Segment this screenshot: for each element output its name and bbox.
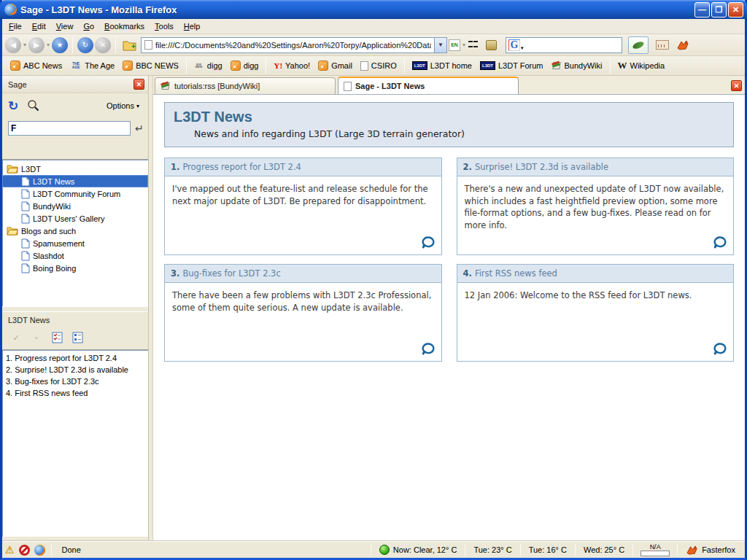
- bookmark-item[interactable]: CSIRO: [357, 59, 400, 73]
- tab-bundywiki[interactable]: tutorials:rss [BundyWiki]: [155, 77, 336, 94]
- back-button[interactable]: ◀: [5, 37, 21, 53]
- checklist-icon[interactable]: [50, 331, 63, 344]
- article-title[interactable]: First RSS news feed: [475, 268, 557, 279]
- comment-bubble-icon[interactable]: [421, 236, 436, 250]
- fasterfox-status[interactable]: Fasterfox: [679, 545, 742, 556]
- article-title[interactable]: Progress report for L3DT 2.4: [182, 162, 301, 172]
- search-engine-caret-icon[interactable]: ▾: [521, 45, 524, 51]
- menu-view[interactable]: View: [51, 20, 79, 33]
- sage-leaf-button[interactable]: [628, 36, 649, 54]
- sidebar-close-button[interactable]: ✕: [133, 79, 144, 90]
- forward-button[interactable]: ▶: [28, 37, 44, 53]
- bandwidth-gauge[interactable]: N/A: [635, 544, 676, 556]
- headline-list[interactable]: 1. Progress report for L3DT 2.4 2. Surpr…: [2, 349, 148, 537]
- tree-item-slashdot[interactable]: Slashdot: [2, 249, 148, 262]
- bookmark-item[interactable]: digg: [227, 58, 263, 73]
- bookmark-item[interactable]: L3DTL3DT home: [409, 59, 476, 72]
- menu-bookmarks[interactable]: Bookmarks: [99, 20, 150, 33]
- feed-header: L3DT News News and info regarding L3DT (…: [164, 102, 734, 147]
- firefox-status-icon[interactable]: [34, 545, 45, 556]
- sage-star-button[interactable]: ★: [52, 37, 68, 53]
- bookmark-item[interactable]: THEAGEThe Age: [66, 59, 118, 72]
- bookmark-item[interactable]: ABC News: [7, 58, 66, 73]
- page-content: L3DT News News and info regarding L3DT (…: [153, 95, 745, 541]
- yahoo-icon: Y!: [274, 61, 282, 70]
- bookmark-item[interactable]: 👥︎digg: [190, 59, 226, 72]
- article-title[interactable]: Surprise! L3DT 2.3d is available: [475, 162, 608, 172]
- bookmark-item[interactable]: BundyWiki: [548, 59, 606, 72]
- feed-tree[interactable]: L3DT L3DT News L3DT Community Forum Bund…: [2, 159, 148, 307]
- bookmark-item[interactable]: Y!Yahoo!: [270, 59, 314, 72]
- close-button[interactable]: ✕: [728, 2, 743, 18]
- title-bar[interactable]: Sage - L3DT News - Mozilla Firefox — ❐ ✕: [0, 0, 747, 19]
- menu-go[interactable]: Go: [78, 20, 99, 33]
- status-bar: ⚠ Done Now: Clear, 12° C Tue: 23° C Tue:…: [2, 541, 745, 558]
- tree-item-l3dt-users-gallery[interactable]: L3DT Users' Gallery: [2, 212, 148, 225]
- headline-item[interactable]: 3. Bug-fixes for L3DT 2.3c: [5, 376, 145, 387]
- fasterfox-toolbar-icon[interactable]: [676, 39, 689, 51]
- tree-item-boing-boing[interactable]: Boing Boing: [2, 262, 148, 274]
- refresh-icon[interactable]: ↻: [8, 98, 18, 114]
- comment-bubble-icon[interactable]: [421, 342, 436, 357]
- tree-folder-l3dt[interactable]: L3DT: [2, 163, 148, 175]
- weather-forecast-2[interactable]: Tue: 16° C: [522, 545, 573, 554]
- back-dropdown-icon[interactable]: ▾: [23, 42, 27, 48]
- status-text: Done: [62, 545, 81, 554]
- weather-now[interactable]: Now: Clear, 12° C: [373, 545, 464, 555]
- warning-icon[interactable]: ⚠: [5, 544, 15, 556]
- mark-read-icon[interactable]: ✓: [9, 331, 23, 344]
- minimize-button[interactable]: —: [694, 2, 710, 18]
- translate-icon[interactable]: EN: [449, 39, 460, 51]
- tree-item-spamusement[interactable]: Spamusement: [2, 237, 148, 249]
- measure-icon[interactable]: [656, 40, 669, 50]
- package-icon[interactable]: [486, 40, 497, 50]
- tree-item-bundywiki[interactable]: BundyWiki: [2, 200, 148, 212]
- stop-button[interactable]: ✕: [95, 37, 111, 53]
- tree-folder-blogs[interactable]: Blogs and such: [2, 225, 148, 237]
- bookmark-item[interactable]: WWikipedia: [614, 58, 669, 74]
- weather-forecast-1[interactable]: Tue: 23° C: [467, 545, 518, 554]
- bookmark-item[interactable]: Gmail: [314, 58, 356, 73]
- menu-edit[interactable]: Edit: [27, 20, 51, 33]
- bookmark-folder-icon[interactable]: +: [123, 39, 137, 51]
- search-icon[interactable]: [27, 99, 39, 113]
- menu-help[interactable]: Help: [179, 20, 206, 33]
- firefox-icon: [4, 4, 17, 16]
- url-text[interactable]: file:///C:/Documents%20and%20Settings/Aa…: [155, 41, 431, 50]
- tree-item-l3dt-community-forum[interactable]: L3DT Community Forum: [2, 187, 148, 200]
- close-tab-button[interactable]: ✕: [731, 80, 742, 91]
- comment-bubble-icon[interactable]: [713, 342, 727, 357]
- status-separator: [371, 544, 371, 556]
- restore-button[interactable]: ❐: [711, 2, 727, 18]
- menu-tools[interactable]: Tools: [150, 20, 179, 33]
- url-dropdown-icon[interactable]: ▼: [434, 38, 446, 52]
- enter-icon[interactable]: ↵: [135, 122, 144, 134]
- headline-item[interactable]: 2. Surprise! L3DT 2.3d is available: [5, 364, 145, 376]
- grid-icon[interactable]: [468, 39, 479, 50]
- status-separator: [51, 544, 52, 556]
- tab-sage-l3dt-news[interactable]: Sage - L3DT News: [338, 77, 519, 94]
- comment-bubble-icon[interactable]: [713, 236, 727, 250]
- mark-unread-icon[interactable]: ▫: [30, 331, 43, 344]
- feed-icon: [21, 201, 30, 211]
- bundywiki-icon: [551, 61, 562, 70]
- google-search-box[interactable]: G ▾: [506, 37, 622, 53]
- menu-file[interactable]: File: [4, 20, 27, 33]
- article-number: 1.: [171, 162, 179, 172]
- options-button[interactable]: Options ▾: [104, 99, 142, 112]
- tree-item-l3dt-news[interactable]: L3DT News: [2, 175, 148, 187]
- forward-dropdown-icon[interactable]: ▾: [46, 42, 50, 48]
- feed-search-input[interactable]: [8, 121, 131, 136]
- reload-button[interactable]: ↻: [77, 37, 93, 53]
- headline-item[interactable]: 4. First RSS news feed: [5, 387, 145, 399]
- list-view-icon[interactable]: [71, 331, 84, 344]
- bookmark-item[interactable]: L3DTL3DT Forum: [476, 59, 547, 72]
- translate-dropdown-icon[interactable]: ▾: [462, 42, 466, 48]
- article-title[interactable]: Bug-fixes for L3DT 2.3c: [182, 268, 280, 279]
- block-popup-icon[interactable]: [19, 545, 30, 556]
- url-bar[interactable]: file:///C:/Documents%20and%20Settings/Aa…: [141, 37, 447, 53]
- headline-item[interactable]: 1. Progress report for L3DT 2.4: [5, 352, 145, 364]
- tab-strip: tutorials:rss [BundyWiki] Sage - L3DT Ne…: [153, 76, 745, 95]
- weather-forecast-3[interactable]: Wed: 25° C: [577, 545, 631, 554]
- bookmark-item[interactable]: BBC NEWS: [119, 58, 182, 73]
